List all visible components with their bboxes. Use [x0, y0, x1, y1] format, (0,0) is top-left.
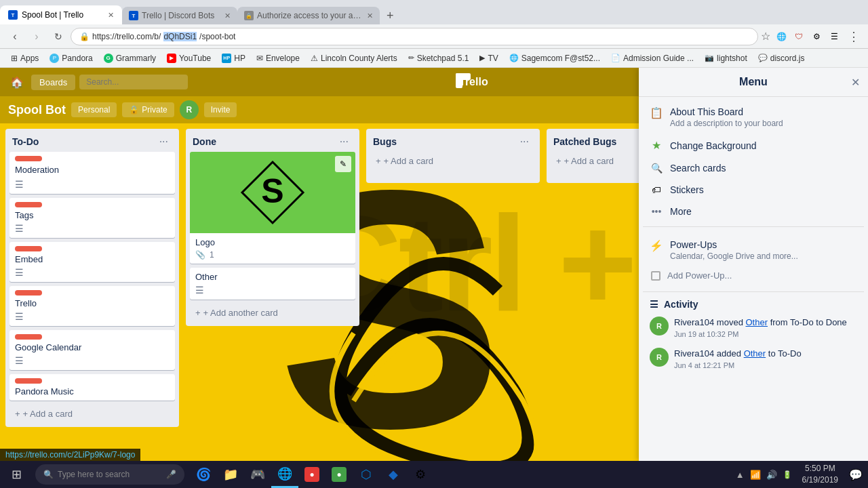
chrome-menu[interactable]: ⋮: [845, 28, 863, 45]
add-card-todo[interactable]: + + Add a card: [9, 405, 175, 423]
invite-btn[interactable]: Invite: [204, 102, 237, 117]
tab-close-btn[interactable]: ✕: [108, 11, 114, 20]
ext-icon-1[interactable]: 🌐: [773, 28, 789, 45]
taskbar-app-blue[interactable]: ◆: [380, 461, 407, 488]
menu-item-search[interactable]: 🔍 Search cards: [643, 157, 864, 179]
taskbar-app-chrome[interactable]: 🌐: [271, 461, 298, 488]
taskbar-app-red[interactable]: ●: [298, 461, 326, 488]
bookmark-hp[interactable]: HP HP: [216, 52, 251, 64]
activity-item-2: R Rivera104 added Other to To-Do Jun 4 a…: [650, 348, 857, 369]
taskbar-search-box[interactable]: 🔍 Type here to search 🎤: [35, 464, 184, 485]
activity-avatar-1[interactable]: R: [650, 317, 669, 336]
ext-icon-2[interactable]: 🛡: [791, 28, 807, 45]
bookmark-star[interactable]: ☆: [761, 30, 770, 43]
menu-close-btn[interactable]: ✕: [851, 76, 860, 89]
bookmark-discordjs[interactable]: 💬 discord.js: [753, 52, 810, 64]
menu-item-more[interactable]: ••• More: [643, 201, 864, 222]
activity-avatar-2[interactable]: R: [650, 348, 669, 367]
card-edit-btn[interactable]: ✎: [335, 156, 351, 172]
bookmark-lincoln[interactable]: ⚠ Lincoln County Alerts: [305, 52, 403, 64]
tab3-close-btn[interactable]: ✕: [367, 12, 373, 20]
powerups-section: ⚡ Power-Ups Calendar, Google Drive and m…: [643, 231, 864, 287]
bookmark-youtube[interactable]: ▶ YouTube: [161, 52, 216, 64]
tray-network[interactable]: 📶: [748, 468, 763, 482]
change-bg-title: Change Background: [670, 140, 757, 151]
start-btn[interactable]: ⊞: [0, 461, 33, 488]
bookmark-admission[interactable]: 📄 Admission Guide ...: [606, 52, 699, 64]
forward-btn[interactable]: ›: [27, 27, 46, 46]
private-btn[interactable]: 🔒 Private: [122, 102, 174, 117]
tray-icon-1[interactable]: ▲: [734, 468, 747, 482]
bookmark-sketchpad[interactable]: ✏ Sketchpad 5.1: [403, 52, 475, 64]
activity-text-after-1: from To-Do to Done: [768, 317, 847, 327]
personal-btn[interactable]: Personal: [71, 102, 117, 117]
card-trello[interactable]: Trello ☰: [9, 286, 175, 326]
list-todo-menu[interactable]: ···: [155, 134, 172, 149]
bookmark-grammarly[interactable]: G Grammarly: [98, 52, 161, 64]
powerups-desc: Calendar, Google Drive and more...: [670, 251, 798, 261]
card-logo[interactable]: S ✎ Logo 📎 1: [190, 152, 355, 264]
pandora-icon: P: [50, 54, 59, 63]
bookmark-envelope[interactable]: ✉ Envelope: [251, 52, 305, 64]
menu-item-change-bg[interactable]: ★ Change Background: [643, 134, 864, 157]
list-bugs-menu[interactable]: ···: [516, 134, 533, 149]
taskbar-app-green[interactable]: ●: [326, 461, 353, 488]
add-label-todo: + Add a card: [23, 409, 73, 419]
menu-item-about[interactable]: 📋 About This Board Add a description to …: [643, 101, 864, 134]
bookmark-tv[interactable]: ▶ TV: [474, 52, 503, 64]
add-label-done: + Add another card: [203, 308, 278, 318]
taskbar-app-fileexplorer[interactable]: 📁: [217, 461, 244, 488]
tab-inactive-2[interactable]: 🔒 Authorize access to your account ✕: [237, 7, 380, 24]
activity-link-2[interactable]: Other: [744, 348, 766, 359]
activity-link-1[interactable]: Other: [746, 317, 768, 327]
taskbar-app-discord[interactable]: 🎮: [244, 461, 271, 488]
tray-battery[interactable]: 🔋: [781, 468, 794, 481]
card-pandora[interactable]: Pandora Music: [9, 374, 175, 401]
bookmark-pandora[interactable]: P Pandora: [44, 52, 98, 64]
tab-active[interactable]: T Spool Bot | Trello ✕: [0, 5, 122, 24]
tv-icon: ▶: [479, 54, 485, 62]
card-moderation[interactable]: Moderation ☰: [9, 152, 175, 194]
add-card-bugs[interactable]: + + Add a card: [370, 152, 536, 170]
taskbar-clock[interactable]: 5:50 PM 6/19/2019: [797, 463, 844, 486]
card-tags[interactable]: Tags ☰: [9, 198, 175, 238]
ext-icon-3[interactable]: ⚙: [808, 28, 825, 45]
header-search[interactable]: [79, 75, 188, 89]
reload-btn[interactable]: ↻: [49, 27, 68, 46]
tray-volume[interactable]: 🔊: [764, 468, 779, 482]
bookmark-apps[interactable]: ⊞ Apps: [5, 52, 44, 64]
search-cards-title: Search cards: [670, 163, 726, 174]
back-btn[interactable]: ‹: [5, 27, 24, 46]
tab-inactive-1[interactable]: T Trello | Discord Bots ✕: [122, 7, 237, 24]
r-badge[interactable]: R: [180, 100, 199, 119]
ext-icon-4[interactable]: ☰: [826, 28, 842, 45]
taskbar-app-settings[interactable]: ⚙: [407, 461, 434, 488]
action-center-btn[interactable]: 💬: [844, 461, 868, 488]
sagemcom-label: Sagemcom F@st52...: [521, 54, 600, 63]
list-done-menu[interactable]: ···: [336, 134, 353, 149]
menu-item-stickers[interactable]: 🏷 Stickers: [643, 179, 864, 201]
tab2-close-btn[interactable]: ✕: [224, 12, 231, 20]
taskbar-app-cortana[interactable]: 🌀: [190, 461, 217, 488]
taskbar-app-vscode[interactable]: ⬡: [353, 461, 380, 488]
add-card-done[interactable]: + + Add another card: [190, 304, 355, 322]
add-icon-bugs: +: [376, 156, 381, 166]
mic-icon[interactable]: 🎤: [166, 470, 176, 479]
powerups-item[interactable]: ⚡ Power-Ups Calendar, Google Drive and m…: [650, 234, 857, 266]
address-bar[interactable]: 🔒 https://trello.com/b/ dQhDSi1 /spoot-b…: [71, 28, 758, 45]
bookmark-lightshot[interactable]: 📷 lightshot: [699, 52, 753, 64]
card-other[interactable]: Other ☰: [190, 268, 355, 300]
add-powerup-item[interactable]: Add Power-Up...: [650, 266, 857, 285]
tab-title: Spool Bot | Trello: [22, 10, 104, 20]
home-btn[interactable]: 🏠: [7, 72, 27, 92]
board-title-btn[interactable]: Spool Bot: [8, 103, 66, 117]
card-title-gcal: Google Calendar: [15, 342, 170, 352]
new-tab-btn[interactable]: +: [380, 7, 401, 24]
apps-label: Apps: [20, 54, 39, 63]
activity-time-2: Jun 4 at 12:21 PM: [674, 361, 802, 369]
activity-content-1: Rivera104 moved Other from To-Do to Done…: [674, 317, 847, 338]
card-gcal[interactable]: Google Calendar ☰: [9, 330, 175, 370]
boards-btn[interactable]: Boards: [31, 75, 75, 90]
card-embed[interactable]: Embed ☰: [9, 242, 175, 282]
bookmark-sagemcom[interactable]: 🌐 Sagemcom F@st52...: [504, 52, 606, 64]
